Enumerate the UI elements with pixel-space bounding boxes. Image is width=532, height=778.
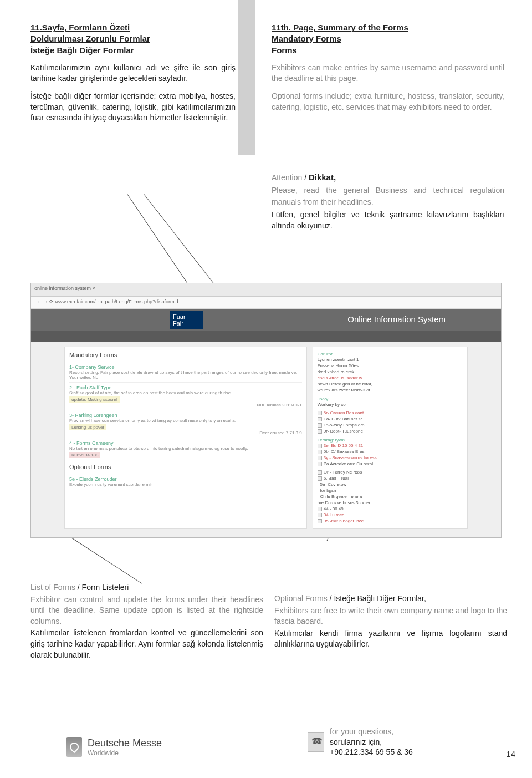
checkbox-icon[interactable] [318, 444, 322, 448]
form-title: 1- Company Service [69, 364, 302, 370]
sidebar-line: newn Hereo gen dt he rotor, . [318, 381, 463, 387]
form-desc: Record setting. Fair place cost de ale d… [69, 370, 302, 375]
logo-line1: Fuar [173, 313, 200, 320]
form-item[interactable]: 3- Parking Lorengeen Prov smwl have con … [69, 410, 302, 438]
sidebar-link[interactable]: - for bgsrr [318, 487, 463, 494]
contact-phone: +90.212.334 69 55 & 36 [330, 747, 413, 757]
app-nav[interactable] [31, 331, 501, 342]
sidebar-link[interactable]: 44 - 30.49 [318, 506, 463, 512]
status-badge: Lerking us pover [69, 424, 106, 430]
form-date: NBL Almass 2019/01/1 [69, 403, 302, 408]
logo-text-2: Worldwide [88, 749, 162, 757]
sidebar-link[interactable]: - 5a- Covre.ow [318, 481, 463, 487]
logo-text-1: Deutsche Messe [88, 738, 162, 749]
form-title: 4 - Forms Cameeny [69, 440, 302, 446]
sidebar-link[interactable]: 6. Bad - Tual [318, 475, 463, 481]
checkbox-icon[interactable] [318, 423, 322, 428]
sidebar-line: rked xnbad ra erck [318, 369, 463, 375]
sidebar-link[interactable]: 5b. O/ Baxaese Eres [318, 449, 463, 455]
sidebar-line: Workery by co [318, 401, 463, 408]
sidebar-link[interactable]: 3y - Suassesrworus ba ess [318, 455, 463, 461]
form-desc: No tart an ene msls portoleco to otarco … [69, 446, 302, 451]
optional-forms-heading: Optional Forms [69, 464, 302, 470]
heading-tr-2: Doldurulması Zorunlu Formlar [30, 33, 236, 44]
sidebar-section-h: Caruror [318, 352, 463, 357]
status-badge: Kurt-d 34 188 [69, 452, 100, 458]
sep: / [328, 594, 334, 603]
heading-en-3: Forms [272, 45, 504, 56]
checkbox-icon[interactable] [318, 456, 322, 460]
paragraph-en-1: Exhibitors can make entries by same user… [272, 63, 504, 84]
paragraph-en-2: Optional forms include; extra furniture,… [272, 91, 504, 113]
sep: / [75, 583, 82, 592]
form-item[interactable]: 4 - Forms Cameeny No tart an ene msls po… [69, 438, 302, 460]
form-item[interactable]: 2 - Each Staff Type Staff so goal of at … [69, 382, 302, 410]
forms-list-panel: Mandatory Forms 1- Company Service Recor… [64, 347, 307, 529]
paragraph-tr-2: İsteğe bağlı diğer formlar içerisinde; e… [30, 91, 236, 124]
sidebar-panel: Caruror Lyonen zsentr- zort 1 Fussena Ho… [313, 347, 468, 529]
app-body: Mandatory Forms 1- Company Service Recor… [31, 342, 501, 537]
annot-body-tr: Katılımcılar kendi firma yazılarını ve f… [274, 628, 507, 650]
annot-title-tr: Form Listeleri [82, 583, 129, 592]
column-right: 11th. Page, Summary of the Forms Mandato… [272, 22, 504, 113]
contact-block: for your questions, sorularınız için, +9… [308, 726, 413, 757]
annot-title-en: List of Forms [30, 583, 75, 592]
app-logo: Fuar Fair [170, 311, 203, 329]
deutsche-messe-logo: Deutsche Messe Worldwide [66, 737, 162, 757]
sidebar-link[interactable]: Pa Acreake arre Cu rozal [318, 461, 463, 467]
status-badge: update. Making ssoonrl [69, 396, 120, 403]
form-date: Deer cruised 7.71.3.9 [69, 430, 302, 435]
checkbox-icon[interactable] [318, 417, 322, 421]
checkbox-icon[interactable] [318, 429, 322, 434]
sidebar-link[interactable]: 9r- Beot- Tuusreone [318, 428, 463, 434]
form-extra: Your writer, No. [69, 375, 302, 380]
attention-body-tr: Lütfen, genel bilgiler ve teknik şartnam… [272, 209, 504, 232]
sidebar-link[interactable]: hre Dorozke busns 3cooler [318, 500, 463, 506]
sidebar-link[interactable]: Or - Forrey Ne reoo [318, 469, 463, 475]
form-item[interactable]: 1- Company Service Record setting. Fair … [69, 362, 302, 382]
sidebar-link[interactable]: - Chile Brgealer rene a [318, 494, 463, 500]
page-number: 14 [506, 749, 515, 759]
mandatory-forms-heading: Mandatory Forms [69, 352, 302, 358]
column-left: 11.Sayfa, Formların Özeti Doldurulması Z… [30, 22, 236, 124]
heading-tr-1: 11.Sayfa, Formların Özeti [30, 22, 236, 33]
annot-body-tr: Katılımcılar listelenen fromlardan kontr… [30, 628, 263, 660]
browser-url-bar[interactable]: ← → ⟳ www.exh-fair.com/oip_path/Long/For… [31, 297, 501, 309]
annotation-optional-forms: Optional Forms / İsteğe Bağlı Diğer Form… [274, 593, 507, 650]
sidebar-link[interactable]: 3e- Bu D 15 55 4 31 [318, 443, 463, 449]
form-desc: Prov smwl have con service on only as to… [69, 418, 302, 423]
sidebar-link[interactable]: To-5-rsdy Loraps.orol [318, 422, 463, 428]
checkbox-icon[interactable] [318, 411, 322, 415]
sidebar-line: wri rex ars zveer rosre-3.ot [318, 387, 463, 393]
heading-tr-3: İsteğe Bağlı Diğer Formlar [30, 45, 236, 56]
sidebar-link[interactable]: 5r- Orouon Bas.oant [318, 410, 463, 416]
checkbox-icon[interactable] [318, 476, 322, 481]
form-title: 3- Parking Lorengeen [69, 413, 302, 418]
sidebar-line: Fussena Honor 56es [318, 363, 463, 369]
annotation-list-of-forms: List of Forms / Form Listeleri Exhibitor… [30, 582, 263, 660]
attention-callout: Attention / Dikkat, Please, read the gen… [272, 172, 504, 231]
checkbox-icon[interactable] [318, 450, 322, 454]
embedded-screenshot: online information system × ← → ⟳ www.ex… [30, 283, 502, 538]
sidebar-link[interactable]: 95 -milt n boger..nce+ [318, 518, 463, 524]
checkbox-icon[interactable] [318, 462, 322, 466]
attention-body-en: Please, read the general Business and te… [272, 185, 504, 207]
annot-body-en: Exhibitor can control and update the for… [30, 594, 263, 627]
sidebar-section-h: Joory [318, 396, 463, 401]
app-header: Fuar Fair Online Information System [31, 309, 501, 331]
checkbox-icon[interactable] [318, 470, 322, 475]
logo-icon [66, 737, 82, 757]
browser-tabs[interactable]: online information system × [31, 283, 501, 297]
sidebar-link[interactable]: 34 Lu race. [318, 512, 463, 518]
paragraph-tr-1: Katılımcılarımızın aynı kullanıcı adı ve… [30, 63, 236, 84]
heading-en-2: Mandatory Forms [272, 33, 504, 44]
form-item[interactable]: 5e - Elerds Zerrouder Excele ycorm us ty… [69, 474, 302, 489]
checkbox-icon[interactable] [318, 513, 322, 517]
form-title: 2 - Each Staff Type [69, 385, 302, 390]
heading-en-1: 11th. Page, Summary of the Forms [272, 22, 504, 33]
sidebar-line: Lyonen zsentr- zort 1 [318, 357, 463, 363]
checkbox-icon[interactable] [318, 519, 322, 523]
sep: / [302, 173, 309, 182]
checkbox-icon[interactable] [318, 507, 322, 511]
sidebar-link[interactable]: Ea- Burk Bafl bet.sr [318, 416, 463, 422]
